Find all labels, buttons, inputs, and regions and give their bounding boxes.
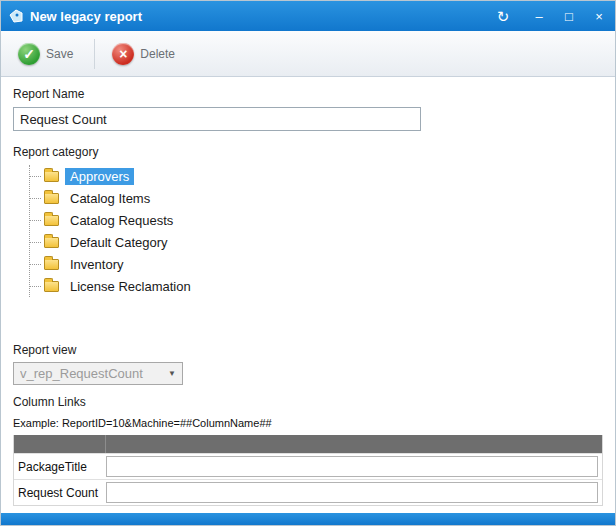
tree-item-default-category[interactable]: Default Category [30,231,603,253]
dialog-window: New legacy report ↻ – □ × ✓ Save × Delet… [0,0,616,526]
window-footer [1,513,615,525]
tree-item-label: Catalog Requests [65,212,178,229]
column-links-example: Example: ReportID=10&Machine=##ColumnNam… [13,417,603,429]
tree-item-label: Approvers [65,168,134,185]
window-title: New legacy report [30,9,495,24]
column-links-table: PackageTitle Request Count [13,435,603,506]
tree-item-label: Inventory [65,256,128,273]
delete-button-label: Delete [140,47,175,61]
request-count-link-input[interactable] [106,482,598,503]
tree-item-license-reclamation[interactable]: License Reclamation [30,275,603,297]
report-name-input[interactable] [13,107,421,131]
delete-x-icon: × [112,43,134,65]
window-controls: ↻ – □ × [495,9,607,24]
folder-icon [44,281,59,292]
chevron-down-icon: ▼ [168,369,176,378]
close-icon[interactable]: × [591,10,607,23]
packagetitle-link-input[interactable] [106,456,598,477]
folder-icon [44,237,59,248]
save-button[interactable]: ✓ Save [11,38,84,70]
folder-icon [44,215,59,226]
folder-icon [44,259,59,270]
maximize-icon[interactable]: □ [561,10,577,23]
folder-icon [44,193,59,204]
toolbar-separator [94,39,95,69]
refresh-icon[interactable]: ↻ [495,9,511,24]
report-view-selected-value: v_rep_RequestCount [20,366,168,381]
column-link-label: PackageTitle [14,460,106,474]
delete-button[interactable]: × Delete [105,38,186,70]
tree-item-inventory[interactable]: Inventory [30,253,603,275]
save-button-label: Save [46,47,73,61]
category-tree: Approvers Catalog Items Catalog Requests… [29,165,603,297]
report-category-label: Report category [13,145,603,159]
header-cell-value-column [106,435,602,453]
column-links-header [14,435,602,453]
report-name-label: Report Name [13,87,603,101]
column-link-label: Request Count [14,486,106,500]
column-links-label: Column Links [13,395,603,409]
tree-item-label: License Reclamation [65,278,196,295]
save-check-icon: ✓ [18,43,40,65]
minimize-icon[interactable]: – [531,10,547,23]
dialog-body: Report Name Report category Approvers Ca… [1,77,615,513]
tree-item-label: Catalog Items [65,190,155,207]
column-link-row-packagetitle: PackageTitle [14,453,602,479]
column-link-row-request-count: Request Count [14,479,602,505]
tree-item-approvers[interactable]: Approvers [30,165,603,187]
tree-item-catalog-items[interactable]: Catalog Items [30,187,603,209]
report-icon [9,9,23,23]
folder-icon [44,171,59,182]
tree-item-catalog-requests[interactable]: Catalog Requests [30,209,603,231]
header-cell-label-column [14,435,106,453]
titlebar: New legacy report ↻ – □ × [1,1,615,31]
toolbar: ✓ Save × Delete [1,31,615,77]
report-view-dropdown[interactable]: v_rep_RequestCount ▼ [13,362,183,385]
report-view-label: Report view [13,343,603,357]
tree-item-label: Default Category [65,234,173,251]
